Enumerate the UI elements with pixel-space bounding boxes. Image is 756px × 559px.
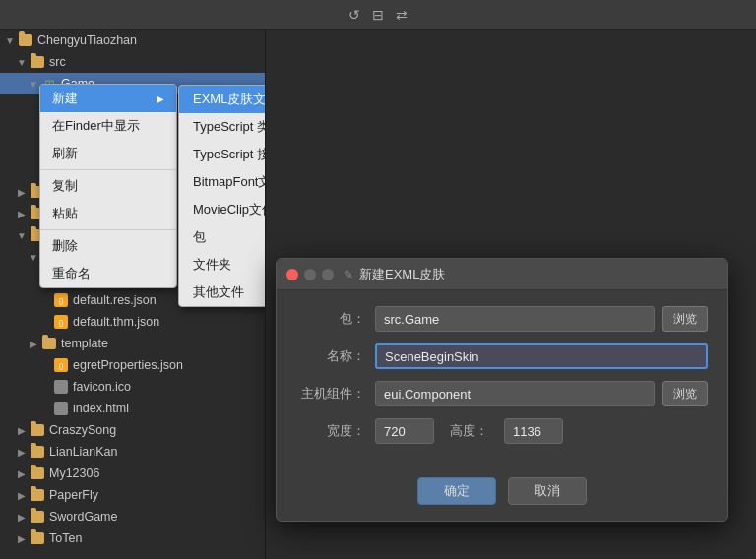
- traffic-light-red[interactable]: [286, 269, 298, 280]
- folder-icon-root: [18, 32, 33, 48]
- tree-label-my12306: My12306: [49, 466, 99, 480]
- folder-icon-lianliankan: [30, 444, 45, 460]
- traffic-light-green[interactable]: [322, 269, 334, 280]
- tree-label-indexhtml: index.html: [73, 402, 129, 415]
- tree-item-template[interactable]: template: [0, 333, 265, 354]
- tree-arrow-bindebug: [16, 186, 28, 198]
- confirm-button[interactable]: 确定: [417, 477, 496, 505]
- tree-label-crazysong: CraszySong: [49, 423, 116, 437]
- submenu-label-ts-interface: TypeScript 接口: [193, 146, 266, 163]
- context-menu-label-paste: 粘贴: [52, 205, 78, 222]
- tree-item-default-thm[interactable]: {} default.thm.json: [0, 311, 265, 333]
- tree-label-favicon: favicon.ico: [73, 380, 131, 394]
- submenu-item-ts-class[interactable]: TypeScript 类: [179, 113, 266, 141]
- json-icon-default-res: {}: [53, 292, 69, 308]
- folder-icon-src: [30, 54, 45, 70]
- folder-icon-my12306: [30, 466, 45, 481]
- dialog-title-icon: ✎: [344, 268, 353, 281]
- tree-item-favicon[interactable]: favicon.ico: [0, 376, 265, 398]
- context-menu-item-refresh[interactable]: 刷新: [40, 140, 176, 167]
- tree-item-swordgame[interactable]: SwordGame: [0, 506, 265, 528]
- submenu-item-movie-clip[interactable]: MovieClip文件: [179, 196, 266, 223]
- tree-arrow-crazysong: [16, 424, 28, 436]
- context-menu: 新建 ▶ EXML皮肤文件 TypeScript 类 TypeScript 接口…: [39, 84, 177, 288]
- tree-arrow-paperfly: [16, 489, 28, 501]
- tree-arrow-lianliankan: [16, 446, 28, 458]
- tree-arrow-resource: [16, 229, 28, 241]
- tree-item-src[interactable]: src: [0, 51, 265, 73]
- context-menu-label-delete: 删除: [52, 237, 78, 255]
- context-menu-item-finder[interactable]: 在Finder中显示: [40, 112, 176, 140]
- context-menu-item-new[interactable]: 新建 ▶ EXML皮肤文件 TypeScript 类 TypeScript 接口…: [40, 85, 176, 112]
- host-input[interactable]: [375, 381, 655, 406]
- tree-label-swordgame: SwordGame: [49, 510, 117, 524]
- context-menu-divider-2: [40, 229, 176, 230]
- submenu-item-folder[interactable]: 文件夹: [179, 251, 266, 279]
- submenu-item-package[interactable]: 包: [179, 223, 266, 251]
- tree-arrow-game: [28, 78, 39, 90]
- sync-icon[interactable]: ⇄: [396, 7, 408, 23]
- context-menu-divider-1: [40, 169, 176, 170]
- submenu-item-other[interactable]: 其他文件: [179, 279, 266, 306]
- folder-icon-swordgame: [30, 509, 45, 525]
- tree-arrow-assets-top: [28, 251, 39, 263]
- folder-icon-template: [41, 336, 57, 351]
- tree-item-crazysong[interactable]: CraszySong: [0, 419, 265, 441]
- host-label: 主机组件：: [296, 385, 365, 403]
- refresh-icon[interactable]: ↺: [348, 7, 360, 23]
- folder-icon-crazysong: [30, 422, 45, 438]
- tree-item-my12306[interactable]: My12306: [0, 463, 265, 484]
- tree-label-template: template: [61, 337, 108, 350]
- package-label: 包：: [296, 310, 365, 328]
- submenu-item-exml[interactable]: EXML皮肤文件: [179, 86, 266, 113]
- new-exml-dialog: ✎ 新建EXML皮肤 包： 浏览 名称： 主机组件： 浏览 宽度: [276, 258, 728, 522]
- package-input[interactable]: [375, 306, 655, 332]
- traffic-light-yellow[interactable]: [304, 269, 316, 280]
- context-menu-label-finder: 在Finder中显示: [52, 117, 140, 135]
- browse-button-1[interactable]: 浏览: [662, 306, 708, 332]
- context-menu-item-delete[interactable]: 删除: [40, 232, 176, 260]
- cancel-button[interactable]: 取消: [508, 477, 587, 505]
- tree-label-default-thm: default.thm.json: [73, 315, 159, 329]
- tree-label-paperfly: PaperFly: [49, 488, 98, 502]
- dialog-titlebar: ✎ 新建EXML皮肤: [277, 259, 727, 290]
- submenu-label-folder: 文件夹: [193, 256, 231, 274]
- height-input[interactable]: [504, 418, 563, 444]
- sidebar: ChengyuTiaozhan src ⊞ Game TS AssetAd...…: [0, 30, 266, 559]
- dialog-footer: 确定 取消: [277, 471, 727, 521]
- tree-arrow-libs: [16, 208, 28, 219]
- context-menu-label-refresh: 刷新: [52, 145, 78, 162]
- tree-item-paperfly[interactable]: PaperFly: [0, 484, 265, 506]
- tree-item-toten[interactable]: ToTen: [0, 528, 265, 549]
- file-icon-favicon: [53, 379, 69, 395]
- name-label: 名称：: [296, 347, 365, 365]
- context-menu-item-rename[interactable]: 重命名: [40, 260, 176, 287]
- submenu: EXML皮肤文件 TypeScript 类 TypeScript 接口 Bitm…: [178, 85, 266, 307]
- dialog-row-host: 主机组件： 浏览: [296, 381, 708, 406]
- context-menu-item-paste[interactable]: 粘贴: [40, 200, 176, 227]
- submenu-item-bitmap-font[interactable]: BitmapFont文件: [179, 168, 266, 196]
- browse-button-2[interactable]: 浏览: [662, 381, 708, 406]
- submenu-item-ts-interface[interactable]: TypeScript 接口: [179, 141, 266, 168]
- tree-arrow-template: [28, 338, 39, 349]
- context-menu-item-copy[interactable]: 复制: [40, 172, 176, 200]
- name-input[interactable]: [375, 343, 708, 369]
- submenu-label-movie-clip: MovieClip文件: [193, 201, 266, 218]
- dialog-title-text: 新建EXML皮肤: [359, 266, 445, 283]
- json-icon-default-thm: {}: [53, 314, 69, 330]
- folder-icon-toten: [30, 530, 45, 546]
- tree-item-indexhtml[interactable]: index.html: [0, 398, 265, 419]
- tree-item-lianliankan[interactable]: LianLianKan: [0, 441, 265, 463]
- tree-item-root[interactable]: ChengyuTiaozhan: [0, 30, 265, 51]
- context-menu-label-rename: 重命名: [52, 265, 91, 282]
- folder-icon-paperfly: [30, 487, 45, 503]
- submenu-label-package: 包: [193, 228, 206, 246]
- tree-arrow-my12306: [16, 467, 28, 479]
- dialog-body: 包： 浏览 名称： 主机组件： 浏览 宽度： 高度：: [277, 290, 727, 471]
- tree-item-egretprops[interactable]: {} egretProperties.json: [0, 354, 265, 376]
- height-label: 高度：: [450, 422, 488, 440]
- width-input[interactable]: [375, 418, 434, 444]
- context-menu-label-new: 新建: [52, 90, 78, 107]
- collapse-icon[interactable]: ⊟: [372, 7, 384, 23]
- dialog-row-package: 包： 浏览: [296, 306, 708, 332]
